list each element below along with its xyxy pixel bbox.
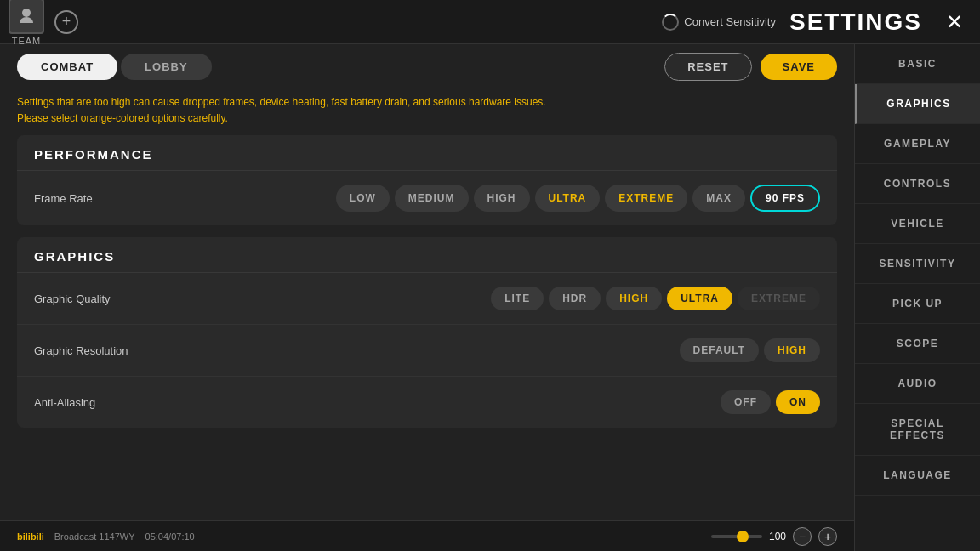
option-extreme[interactable]: EXTREME <box>605 185 687 212</box>
graphic-resolution-label: Graphic Resolution <box>34 344 221 357</box>
bottom-slider-area: 100 − + <box>711 527 837 546</box>
option-high[interactable]: HIGH <box>474 185 530 212</box>
graphic-quality-options: LITE HDR HIGH ULTRA EXTREME <box>491 287 820 310</box>
top-center-section: Convert Sensitivity SETTINGS ✕ <box>662 9 963 36</box>
sidebar-item-basic[interactable]: BASIC <box>855 44 980 84</box>
graphic-quality-row: Graphic Quality LITE HDR HIGH ULTRA EXTR… <box>17 273 837 325</box>
option-quality-extreme[interactable]: EXTREME <box>738 287 820 310</box>
option-lite[interactable]: LITE <box>491 287 544 310</box>
bottom-slider-track[interactable] <box>711 535 762 538</box>
close-button[interactable]: ✕ <box>946 10 963 34</box>
svg-point-0 <box>22 9 31 17</box>
performance-section: PERFORMANCE Frame Rate LOW MEDIUM HIGH U… <box>17 135 837 225</box>
add-team-button[interactable]: + <box>54 10 78 34</box>
anti-aliasing-row: Anti-Aliasing OFF ON <box>17 377 837 428</box>
graphic-quality-label: Graphic Quality <box>34 293 221 305</box>
graphics-header: GRAPHICS <box>17 237 837 273</box>
top-left-section: TEAM + <box>9 0 78 46</box>
performance-header: PERFORMANCE <box>17 135 837 171</box>
main-layout: COMBAT LOBBY RESET SAVE Settings that ar… <box>0 44 980 551</box>
tabs-left: COMBAT LOBBY <box>17 54 212 80</box>
frame-rate-label: Frame Rate <box>34 192 221 205</box>
sidebar-item-special-effects[interactable]: SPECIAL EFFECTS <box>855 404 980 456</box>
graphic-resolution-row: Graphic Resolution DEFAULT HIGH <box>17 325 837 377</box>
sidebar-item-graphics[interactable]: GRAPHICS <box>855 84 980 124</box>
warning-line1: Settings that are too high can cause dro… <box>17 94 837 111</box>
reset-button[interactable]: RESET <box>664 53 751 81</box>
content-area: COMBAT LOBBY RESET SAVE Settings that ar… <box>0 44 854 551</box>
bottom-value: 100 <box>769 531 786 542</box>
graphic-resolution-options: DEFAULT HIGH <box>680 338 820 362</box>
option-low[interactable]: LOW <box>336 185 390 212</box>
option-medium[interactable]: MEDIUM <box>395 185 469 212</box>
sidebar-item-sensitivity[interactable]: SENSITIVITY <box>855 244 980 284</box>
option-aa-off[interactable]: OFF <box>721 390 771 414</box>
option-res-high[interactable]: HIGH <box>764 338 820 362</box>
save-button[interactable]: SAVE <box>761 54 837 80</box>
option-quality-high[interactable]: HIGH <box>606 287 662 310</box>
option-default[interactable]: DEFAULT <box>680 338 759 362</box>
avatar <box>9 0 44 34</box>
option-90fps[interactable]: 90 FPS <box>750 185 820 212</box>
warning-bar: Settings that are too high can cause dro… <box>0 89 854 135</box>
anti-aliasing-label: Anti-Aliasing <box>34 396 221 409</box>
option-max[interactable]: MAX <box>692 185 745 212</box>
sidebar-item-scope[interactable]: SCOPE <box>855 324 980 364</box>
sidebar-item-audio[interactable]: AUDIO <box>855 364 980 404</box>
frame-rate-options: LOW MEDIUM HIGH ULTRA EXTREME MAX 90 FPS <box>336 185 820 212</box>
tabs-right: RESET SAVE <box>664 53 837 81</box>
sidebar-item-vehicle[interactable]: VEHICLE <box>855 204 980 244</box>
option-hdr[interactable]: HDR <box>549 287 601 310</box>
spinner-icon <box>662 14 679 31</box>
anti-aliasing-options: OFF ON <box>721 390 820 414</box>
time-label: 05:04/07:10 <box>145 531 195 542</box>
slider-thumb <box>737 531 749 542</box>
option-quality-ultra[interactable]: ULTRA <box>667 287 732 310</box>
tab-lobby[interactable]: LOBBY <box>121 54 212 80</box>
graphics-section: GRAPHICS Graphic Quality LITE HDR HIGH U… <box>17 237 837 428</box>
warning-line2: Please select orange-colored options car… <box>17 111 837 127</box>
sidebar-item-pickup[interactable]: PICK UP <box>855 284 980 324</box>
top-bar: TEAM + Convert Sensitivity SETTINGS ✕ <box>0 0 980 44</box>
bottom-bar: bilibili Broadcast 1147WY 05:04/07:10 10… <box>0 520 854 551</box>
sidebar: BASIC GRAPHICS GAMEPLAY CONTROLS VEHICLE… <box>854 44 980 551</box>
settings-title: SETTINGS <box>789 9 922 36</box>
decrease-button[interactable]: − <box>793 527 812 546</box>
sidebar-item-gameplay[interactable]: GAMEPLAY <box>855 124 980 164</box>
convert-sensitivity[interactable]: Convert Sensitivity <box>662 14 776 31</box>
tab-combat[interactable]: COMBAT <box>17 54 117 80</box>
increase-button[interactable]: + <box>818 527 837 546</box>
sidebar-item-controls[interactable]: CONTROLS <box>855 164 980 204</box>
option-ultra[interactable]: ULTRA <box>535 185 601 212</box>
broadcast-label: Broadcast 1147WY <box>54 531 135 542</box>
tabs-bar: COMBAT LOBBY RESET SAVE <box>0 44 854 89</box>
option-aa-on[interactable]: ON <box>776 390 820 414</box>
brand-label: bilibili <box>17 531 44 542</box>
frame-rate-row: Frame Rate LOW MEDIUM HIGH ULTRA EXTREME… <box>17 171 837 225</box>
sidebar-item-language[interactable]: LANGUAGE <box>855 456 980 496</box>
